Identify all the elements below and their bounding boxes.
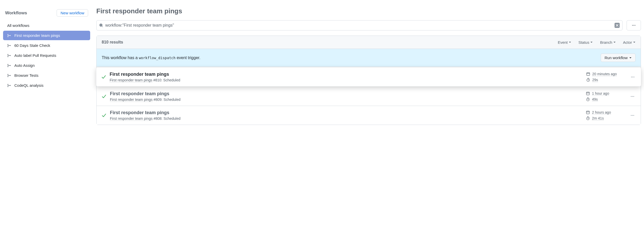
workflow-icon (7, 73, 11, 78)
sidebar-item[interactable]: 60 Days Stale Check (3, 41, 90, 50)
stopwatch-icon (586, 116, 590, 120)
run-main: First responder team pingsFirst responde… (110, 91, 586, 102)
run-row[interactable]: First responder team pingsFirst responde… (97, 106, 641, 125)
sidebar-title: Workflows (5, 10, 27, 16)
success-check-icon (102, 94, 106, 99)
search-icon (99, 23, 103, 27)
dispatch-bar: This workflow has a workflow_dispatch ev… (97, 49, 641, 67)
workflow-icon (7, 44, 11, 48)
run-subtitle: First responder team pings #808: Schedul… (110, 116, 586, 121)
svg-point-1 (633, 25, 634, 26)
run-meta: 20 minutes ago29s (586, 72, 625, 82)
run-main: First responder team pingsFirst responde… (110, 110, 586, 121)
svg-point-6 (632, 77, 633, 77)
run-time: 2 hours ago (586, 110, 624, 115)
svg-point-11 (632, 96, 633, 97)
success-check-icon (101, 75, 106, 79)
sidebar-item[interactable]: First responder team pings (3, 31, 90, 40)
svg-point-2 (635, 25, 636, 26)
run-title[interactable]: First responder team pings (110, 110, 586, 115)
svg-point-7 (634, 77, 635, 77)
sidebar-item[interactable]: Auto Assign (3, 61, 90, 70)
svg-rect-13 (586, 111, 589, 114)
sidebar-item-label: CodeQL analysis (14, 83, 44, 88)
svg-point-5 (631, 77, 632, 77)
filter-actor[interactable]: Actor (623, 40, 636, 45)
run-workflow-name[interactable]: First responder team pings (110, 98, 153, 102)
workflow-icon (7, 83, 11, 88)
sidebar-item-label: 60 Days Stale Check (14, 43, 50, 48)
search-box[interactable] (96, 20, 622, 30)
workflow-icon (7, 63, 11, 68)
search-input[interactable] (103, 23, 615, 28)
stopwatch-icon (586, 78, 590, 82)
stopwatch-icon (586, 97, 590, 101)
calendar-icon (586, 91, 590, 95)
sidebar-item[interactable]: Auto label Pull Requests (3, 51, 90, 60)
sidebar-item[interactable]: Browser Tests (3, 71, 90, 80)
success-check-icon (102, 113, 106, 118)
sidebar-item-label: Auto label Pull Requests (14, 53, 56, 58)
run-row[interactable]: First responder team pingsFirst responde… (97, 87, 641, 106)
run-duration: 49s (586, 97, 624, 102)
run-row[interactable]: First responder team pingsFirst responde… (96, 67, 641, 87)
run-title[interactable]: First responder team pings (110, 91, 586, 96)
calendar-icon (586, 110, 590, 114)
workflow-options-button[interactable] (627, 20, 641, 30)
svg-point-10 (631, 96, 632, 97)
results-header: 810 results Event Status Branch Actor (97, 36, 641, 49)
run-title[interactable]: First responder team pings (110, 72, 586, 77)
run-meta: 1 hour ago49s (586, 91, 624, 102)
svg-point-0 (632, 25, 633, 26)
sidebar-item[interactable]: CodeQL analysis (3, 81, 90, 90)
svg-rect-8 (586, 92, 589, 95)
run-subtitle: First responder team pings #810: Schedul… (110, 78, 586, 82)
dispatch-text: This workflow has a workflow_dispatch ev… (102, 56, 200, 60)
run-workflow-name[interactable]: First responder team pings (110, 116, 153, 121)
run-meta: 2 hours ago2m 41s (586, 110, 624, 121)
run-options-button[interactable] (630, 74, 636, 80)
run-time: 20 minutes ago (586, 72, 625, 76)
run-time: 1 hour ago (586, 91, 624, 96)
run-subtitle: First responder team pings #809: Schedul… (110, 98, 586, 102)
sidebar-item-label: Auto Assign (14, 63, 35, 68)
results-count: 810 results (102, 40, 123, 45)
sidebar: Workflows New workflow All workflows Fir… (3, 3, 90, 125)
filter-event[interactable]: Event (558, 40, 571, 45)
run-options-button[interactable] (629, 112, 636, 118)
clear-search-button[interactable] (615, 23, 620, 28)
svg-point-17 (633, 115, 634, 116)
new-workflow-button[interactable]: New workflow (57, 9, 88, 17)
svg-point-15 (631, 115, 632, 116)
run-options-button[interactable] (629, 93, 636, 100)
filter-branch[interactable]: Branch (600, 40, 616, 45)
workflow-icon (7, 34, 11, 38)
run-workflow-name[interactable]: First responder team pings (110, 78, 152, 82)
run-duration: 29s (586, 78, 625, 82)
page-title: First responder team pings (96, 7, 641, 15)
svg-rect-3 (587, 73, 590, 76)
sidebar-item-label: Browser Tests (14, 73, 38, 78)
calendar-icon (586, 72, 590, 76)
run-workflow-button[interactable]: Run workflow (601, 53, 636, 62)
run-main: First responder team pingsFirst responde… (110, 72, 586, 82)
sidebar-item-label: All workflows (7, 23, 29, 28)
svg-point-12 (633, 96, 634, 97)
sidebar-item-all-workflows[interactable]: All workflows (3, 21, 90, 30)
results-box: 810 results Event Status Branch Actor Th… (96, 36, 641, 125)
main: First responder team pings 810 results E… (96, 3, 641, 125)
run-duration: 2m 41s (586, 116, 624, 121)
workflow-icon (7, 53, 11, 58)
svg-point-16 (632, 115, 633, 116)
sidebar-item-label: First responder team pings (14, 33, 60, 38)
filter-status[interactable]: Status (578, 40, 593, 45)
